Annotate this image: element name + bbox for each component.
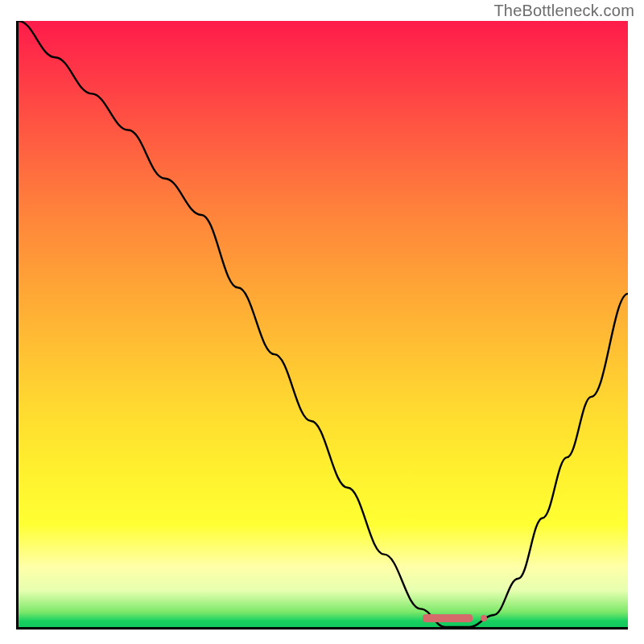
optimal-range-marker <box>423 614 473 622</box>
optimal-range-end-dot <box>481 615 487 621</box>
bottleneck-curve <box>19 21 628 627</box>
plot-area <box>16 21 628 630</box>
watermark-text: TheBottleneck.com <box>493 2 634 20</box>
